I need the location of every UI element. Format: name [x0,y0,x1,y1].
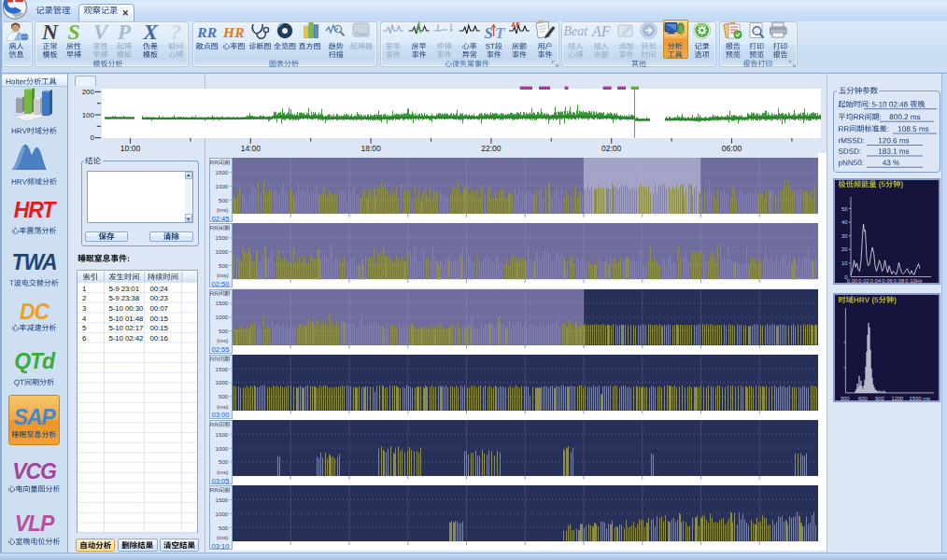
svg-text:10:00: 10:00 [120,144,141,153]
svg-text:02:00: 02:00 [601,144,622,153]
svg-text:200: 200 [82,88,95,96]
svg-text:0: 0 [91,133,95,142]
svg-text:100: 100 [82,111,95,119]
svg-text:18:00: 18:00 [360,144,381,153]
svg-text:22:00: 22:00 [481,144,502,153]
svg-text:14:00: 14:00 [241,144,261,153]
svg-text:06:00: 06:00 [722,144,742,153]
